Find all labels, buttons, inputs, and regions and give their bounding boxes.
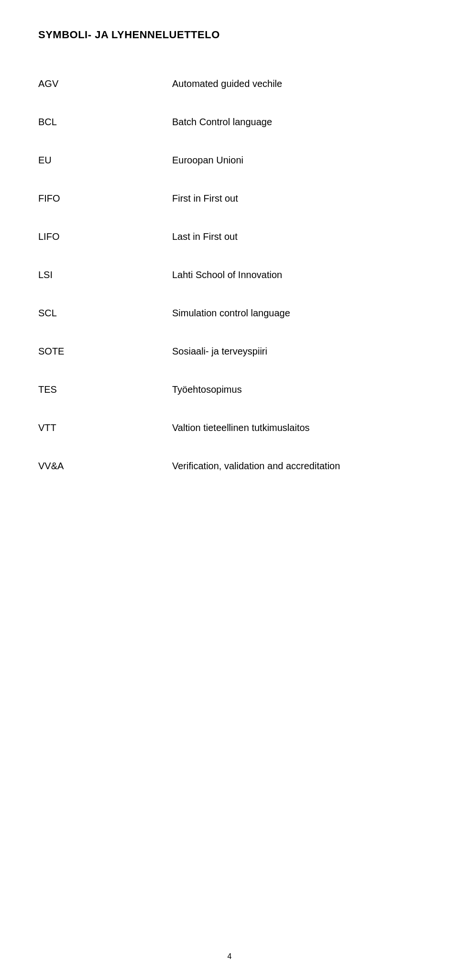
abbreviation-code: SCL [38,299,172,327]
abbreviation-code: LSI [38,261,172,289]
abbreviation-row: SCLSimulation control language [38,299,421,337]
abbreviation-code: BCL [38,108,172,136]
abbreviation-row: LIFOLast in First out [38,223,421,261]
abbreviation-code: SOTE [38,337,172,366]
abbreviation-code: EU [38,146,172,174]
abbreviation-row: AGVAutomated guided vechile [38,70,421,108]
abbreviation-definition: Simulation control language [172,299,421,327]
abbreviation-definition: Lahti School of Innovation [172,261,421,289]
abbreviation-code: VTT [38,414,172,442]
abbreviation-row: EUEuroopan Unioni [38,146,421,184]
abbreviation-definition: Työehtosopimus [172,376,421,404]
abbreviation-definition: Valtion tieteellinen tutkimuslaitos [172,414,421,442]
abbreviation-definition: Verification, validation and accreditati… [172,452,421,480]
abbreviation-code: FIFO [38,184,172,213]
abbreviation-code: VV&A [38,452,172,480]
abbreviation-definition: Batch Control language [172,108,421,136]
abbreviation-row: FIFOFirst in First out [38,184,421,223]
abbreviation-row: SOTESosiaali- ja terveyspiiri [38,337,421,376]
abbreviation-definition: Sosiaali- ja terveyspiiri [172,337,421,366]
page-number: 4 [228,952,232,961]
abbreviation-row: LSILahti School of Innovation [38,261,421,299]
abbreviation-code: LIFO [38,223,172,251]
abbreviations-list: AGVAutomated guided vechileBCLBatch Cont… [38,70,421,490]
abbreviation-row: VV&AVerification, validation and accredi… [38,452,421,490]
abbreviation-definition: Last in First out [172,223,421,251]
abbreviation-code: TES [38,376,172,404]
abbreviation-code: AGV [38,70,172,98]
page-container: SYMBOLI- JA LYHENNELUETTELO AGVAutomated… [0,0,459,980]
abbreviation-definition: Euroopan Unioni [172,146,421,174]
abbreviation-definition: First in First out [172,184,421,213]
abbreviation-row: VTTValtion tieteellinen tutkimuslaitos [38,414,421,452]
abbreviation-definition: Automated guided vechile [172,70,421,98]
abbreviation-row: TESTyöehtosopimus [38,376,421,414]
abbreviation-row: BCLBatch Control language [38,108,421,146]
page-title: SYMBOLI- JA LYHENNELUETTELO [38,29,421,41]
